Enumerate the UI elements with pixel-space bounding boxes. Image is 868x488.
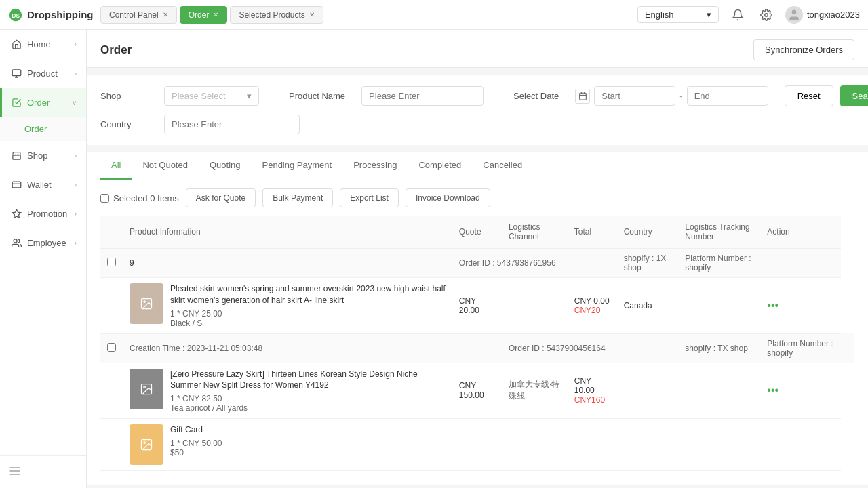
order-tab-not-quoted[interactable]: Not Quoted	[132, 152, 199, 180]
country-input[interactable]	[164, 115, 300, 134]
svg-point-11	[14, 239, 17, 243]
sidebar-item-promotion[interactable]: Promotion ›	[0, 199, 86, 228]
product-name-input[interactable]	[361, 86, 484, 106]
tracking-cell	[678, 363, 760, 419]
sidebar-item-label: Promotion	[27, 209, 67, 219]
sidebar-item-home[interactable]: Home ›	[0, 30, 86, 59]
order-checkbox[interactable]	[107, 343, 116, 352]
topbar-tab-selected-products[interactable]: Selected Products✕	[230, 6, 323, 24]
sync-orders-button[interactable]: Synchronize Orders	[753, 39, 854, 60]
product-info-cell: [Zero Pressure Lazy Skirt] Thirteen Line…	[123, 363, 452, 419]
invoice-download-button[interactable]: Invoice Download	[406, 188, 490, 207]
sidebar-item-label: Employee	[27, 238, 66, 248]
svg-point-20	[144, 301, 146, 303]
select-all-checkbox[interactable]	[100, 194, 109, 203]
ask-quote-button[interactable]: Ask for Quote	[186, 188, 256, 207]
select-all-label[interactable]: Selected 0 Items	[100, 193, 179, 203]
th-action: Action	[760, 216, 841, 249]
svg-rect-8	[12, 182, 21, 188]
sidebar-bottom	[0, 455, 86, 488]
date-start-input[interactable]	[594, 86, 675, 106]
svg-marker-10	[12, 209, 21, 218]
menu-icon[interactable]	[8, 464, 22, 478]
user-info[interactable]: tongxiao2023	[785, 6, 860, 24]
sidebar-item-label: Order	[27, 98, 50, 108]
selected-count-label: Selected 0 Items	[113, 193, 179, 203]
tab-label: Control Panel	[109, 10, 159, 20]
avatar	[785, 6, 803, 24]
order-tab-completed[interactable]: Completed	[408, 152, 472, 180]
shop-select[interactable]: Please Select ▾	[164, 86, 259, 106]
export-list-button[interactable]: Export List	[340, 188, 399, 207]
chevron-icon: ›	[75, 181, 77, 188]
tab-close-icon[interactable]: ✕	[163, 11, 168, 18]
order-id-text: Order ID : 5437938761956	[452, 249, 617, 278]
action-dots-button[interactable]: •••	[767, 384, 778, 396]
sidebar-item-shop[interactable]: Shop ›	[0, 141, 86, 170]
order-tabs: AllNot QuotedQuotingPending PaymentProce…	[100, 152, 854, 180]
chevron-icon: ›	[75, 210, 77, 218]
employee-icon	[12, 238, 22, 248]
product-image	[130, 369, 163, 409]
tracking-cell	[678, 278, 760, 334]
item-checkbox-cell	[100, 363, 123, 419]
tab-close-icon[interactable]: ✕	[309, 11, 315, 18]
th-quote: Quote	[452, 216, 502, 249]
language-selector[interactable]: English ▾	[637, 6, 719, 23]
product-qty: 1 * CNY 50.00	[170, 439, 446, 448]
quote-price: CNY 150.00	[459, 381, 484, 400]
order-item-row: Gift Card 1 * CNY 50.00 $50	[100, 419, 854, 471]
topbar-tab-control-panel[interactable]: Control Panel✕	[100, 6, 177, 24]
product-variant: Tea apricot / All yards	[170, 403, 446, 413]
logo-icon: DS	[8, 7, 23, 22]
product-details: Pleated skirt women's spring and summer …	[170, 283, 446, 328]
svg-text:DS: DS	[12, 12, 20, 18]
action-dots-button[interactable]: •••	[767, 300, 778, 311]
top-bar: DS Dropshipping Control Panel✕Order✕Sele…	[0, 0, 868, 30]
sidebar-sub-item-order[interactable]: Order	[0, 117, 86, 141]
topbar-tab-order[interactable]: Order✕	[180, 6, 228, 24]
item-checkbox-cell	[100, 278, 123, 334]
logo: DS Dropshipping	[8, 7, 95, 22]
bulk-payment-button[interactable]: Bulk Payment	[262, 188, 333, 207]
date-end-input[interactable]	[687, 86, 768, 106]
sidebar-sub-order: Order	[0, 117, 86, 141]
calendar-icon[interactable]	[575, 89, 590, 104]
reset-button[interactable]: Reset	[785, 85, 833, 106]
order-tab-all[interactable]: All	[100, 152, 132, 180]
settings-icon[interactable]	[757, 5, 776, 24]
th-total: Total	[568, 216, 617, 249]
shop-label: Shop	[100, 91, 148, 101]
sidebar-item-product[interactable]: Product ›	[0, 59, 86, 88]
th-logistics-channel: Logistics Channel	[502, 216, 568, 249]
order-tab-processing[interactable]: Processing	[342, 152, 408, 180]
sidebar-item-label: Wallet	[27, 180, 52, 190]
order-tab-cancelled[interactable]: Cancelled	[472, 152, 533, 180]
product-details: Gift Card 1 * CNY 50.00 $50	[170, 424, 446, 458]
logo-text: Dropshipping	[27, 9, 94, 20]
filter-section: Shop Please Select ▾ Product Name Select…	[87, 75, 868, 145]
order-icon	[12, 98, 22, 108]
sidebar-item-order[interactable]: Order ∨	[0, 88, 86, 117]
order-id-num: Creation Time : 2023-11-21 05:03:48	[123, 333, 502, 363]
sidebar: Home › Product › Order ∨ Order	[0, 30, 87, 488]
search-button[interactable]: Search	[840, 85, 868, 106]
svg-rect-15	[579, 93, 586, 100]
order-id-num: 9	[123, 249, 452, 278]
quote-cell: CNY 150.00	[452, 363, 502, 419]
sidebar-item-employee[interactable]: Employee ›	[0, 228, 86, 258]
tab-close-icon[interactable]: ✕	[213, 11, 218, 18]
order-tab-quoting[interactable]: Quoting	[199, 152, 252, 180]
order-tab-pending-payment[interactable]: Pending Payment	[252, 152, 343, 180]
shop-icon	[12, 150, 22, 161]
chevron-icon: ∨	[72, 99, 77, 106]
order-action-cell	[760, 249, 841, 278]
product-info-cell: Pleated skirt women's spring and summer …	[123, 278, 452, 334]
order-checkbox[interactable]	[107, 258, 116, 266]
sidebar-item-wallet[interactable]: Wallet ›	[0, 170, 86, 199]
country-cell	[617, 363, 679, 419]
home-icon	[12, 39, 22, 49]
notification-icon[interactable]	[728, 5, 747, 24]
country-label: Country	[100, 119, 148, 129]
product-name: Gift Card	[170, 424, 446, 436]
